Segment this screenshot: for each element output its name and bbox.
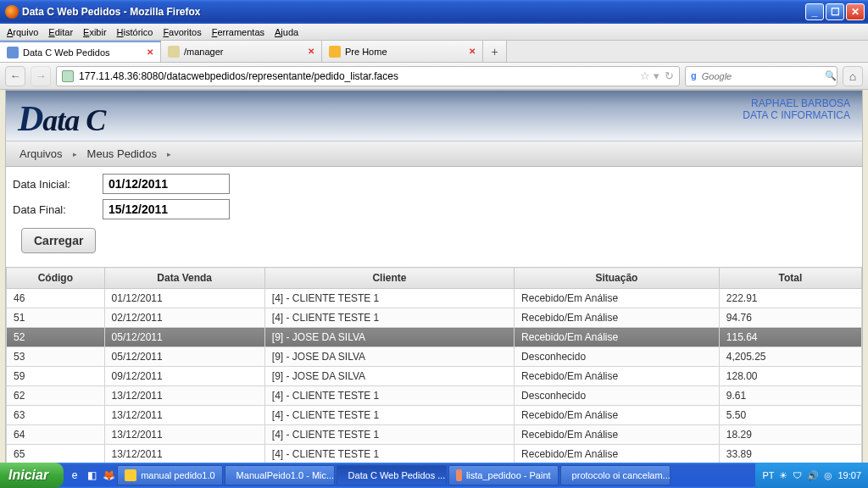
taskbar-item[interactable]: Data C Web Pedidos ... [337, 465, 447, 485]
cell-total: 4,205.25 [719, 347, 861, 367]
table-row[interactable]: 6413/12/2011[4] - CLIENTE TESTE 1Recebid… [7, 425, 862, 445]
th-total[interactable]: Total [719, 268, 861, 289]
minimize-button[interactable]: _ [805, 3, 824, 20]
table-row[interactable]: 6513/12/2011[4] - CLIENTE TESTE 1Recebid… [7, 445, 862, 464]
browser-tab[interactable]: Pre Home✕ [322, 41, 483, 62]
cell-cliente: [4] - CLIENTE TESTE 1 [264, 386, 514, 406]
back-button[interactable]: ← [5, 66, 25, 86]
table-row[interactable]: 4601/12/2011[4] - CLIENTE TESTE 1Recebid… [7, 289, 862, 308]
lang-indicator[interactable]: PT [762, 470, 774, 480]
table-row[interactable]: 6313/12/2011[4] - CLIENTE TESTE 1Recebid… [7, 406, 862, 425]
submenu-item[interactable]: Meus Pedidos [81, 147, 164, 160]
th-codigo[interactable]: Código [7, 268, 105, 289]
cell-data: 13/12/2011 [104, 406, 264, 425]
cell-data: 09/12/2011 [104, 367, 264, 386]
url-input[interactable] [79, 70, 635, 82]
ie-icon[interactable]: e [67, 468, 82, 483]
th-data[interactable]: Data Venda [104, 268, 264, 289]
maximize-button[interactable]: ☐ [826, 3, 844, 20]
datac-logo: Data C [18, 98, 105, 139]
reload-icon[interactable]: ↻ [665, 69, 674, 82]
table-row[interactable]: 5102/12/2011[4] - CLIENTE TESTE 1Recebid… [7, 308, 862, 328]
taskbar-item[interactable]: ManualPeido1.0 - Mic... [225, 465, 335, 485]
tab-label: /manager [184, 47, 223, 57]
cell-cliente: [9] - JOSE DA SILVA [264, 328, 514, 347]
close-button[interactable]: ✕ [846, 3, 865, 20]
cell-codigo: 62 [7, 386, 105, 406]
url-bar[interactable]: ☆ ▾ ↻ [56, 66, 680, 86]
firefox-icon [5, 5, 19, 19]
taskbar-label: manual pedido1.0 [141, 470, 214, 480]
cell-codigo: 53 [7, 347, 105, 367]
cell-situacao: Recebido/Em Análise [515, 367, 720, 386]
cell-situacao: Recebido/Em Análise [515, 328, 720, 347]
close-tab-icon[interactable]: ✕ [308, 47, 314, 56]
menu-favoritos[interactable]: Favoritos [163, 27, 201, 37]
cell-cliente: [4] - CLIENTE TESTE 1 [264, 445, 514, 464]
carregar-button[interactable]: Carregar [21, 228, 96, 253]
cell-codigo: 46 [7, 289, 105, 308]
cell-situacao: Recebido/Em Análise [515, 445, 720, 464]
user-company: DATA C INFORMATICA [743, 109, 850, 121]
cell-total: 94.76 [719, 308, 861, 328]
menu-arquivo[interactable]: Arquivo [7, 27, 38, 37]
taskbar-label: lista_pedidoo - Paint [466, 470, 551, 480]
menu-histórico[interactable]: Histórico [117, 27, 153, 37]
new-tab-button[interactable]: + [483, 41, 507, 62]
tray-icon[interactable]: 🛡 [793, 470, 802, 480]
firefox-quick-icon[interactable]: 🦊 [101, 468, 116, 483]
cell-data: 05/12/2011 [104, 347, 264, 367]
magnifier-icon[interactable]: 🔍 [825, 70, 837, 81]
close-tab-icon[interactable]: ✕ [147, 47, 153, 57]
cell-total: 222.91 [719, 289, 861, 308]
taskbar-item[interactable]: manual pedido1.0 [117, 465, 222, 485]
desktop-icon[interactable]: ◧ [84, 468, 99, 483]
start-button[interactable]: Iniciar [0, 463, 64, 488]
cell-total: 9.61 [719, 386, 861, 406]
browser-tab[interactable]: Data C Web Pedidos✕ [0, 41, 161, 62]
menu-editar[interactable]: Editar [48, 27, 73, 37]
data-final-input[interactable] [103, 199, 230, 219]
menu-exibir[interactable]: Exibir [83, 27, 107, 37]
clock[interactable]: 19:07 [837, 470, 861, 480]
search-box[interactable]: g 🔍 [685, 66, 837, 86]
cell-cliente: [4] - CLIENTE TESTE 1 [264, 406, 514, 425]
close-tab-icon[interactable]: ✕ [469, 47, 476, 56]
search-input[interactable] [702, 71, 820, 81]
taskbar-item[interactable]: protocolo oi cancelam... [560, 465, 670, 485]
cell-total: 128.00 [719, 367, 861, 386]
page-header: Data C RAPHAEL BARBOSA DATA C INFORMATIC… [6, 91, 862, 141]
cell-cliente: [4] - CLIENTE TESTE 1 [264, 308, 514, 328]
cell-cliente: [4] - CLIENTE TESTE 1 [264, 425, 514, 445]
home-button[interactable]: ⌂ [843, 66, 863, 86]
table-row[interactable]: 5909/12/2011[9] - JOSE DA SILVARecebido/… [7, 367, 862, 386]
user-info: RAPHAEL BARBOSA DATA C INFORMATICA [743, 97, 850, 121]
forward-button[interactable]: → [31, 66, 51, 86]
favicon [7, 47, 19, 58]
taskbar-item[interactable]: lista_pedidoo - Paint [448, 465, 559, 485]
cell-situacao: Recebido/Em Análise [515, 406, 720, 425]
cell-codigo: 65 [7, 445, 105, 464]
menu-ferramentas[interactable]: Ferramentas [212, 27, 264, 37]
submenu-item[interactable]: Arquivos [13, 147, 70, 160]
th-cliente[interactable]: Cliente [264, 268, 514, 289]
cell-cliente: [4] - CLIENTE TESTE 1 [264, 289, 514, 308]
menu-ajuda[interactable]: Ajuda [275, 27, 298, 37]
cell-codigo: 59 [7, 367, 105, 386]
table-row[interactable]: 6213/12/2011[4] - CLIENTE TESTE 1Desconh… [7, 386, 862, 406]
tray-icon[interactable]: ☀ [779, 470, 787, 481]
navigation-bar: ← → ☆ ▾ ↻ g 🔍 ⌂ [0, 63, 868, 90]
cell-data: 02/12/2011 [104, 308, 264, 328]
tray-icon[interactable]: 🔊 [807, 470, 819, 481]
table-row[interactable]: 5305/12/2011[9] - JOSE DA SILVADesconhec… [7, 347, 862, 367]
cell-codigo: 52 [7, 328, 105, 347]
table-row[interactable]: 5205/12/2011[9] - JOSE DA SILVARecebido/… [7, 328, 862, 347]
page-content: Data C RAPHAEL BARBOSA DATA C INFORMATIC… [5, 90, 863, 466]
taskbar-label: protocolo oi cancelam... [572, 470, 670, 480]
browser-tab[interactable]: /manager✕ [161, 41, 322, 62]
chevron-right-icon: ▸ [167, 150, 171, 158]
bookmark-icon[interactable]: ☆ ▾ [640, 69, 659, 82]
tray-icon[interactable]: ◎ [824, 470, 832, 481]
th-situacao[interactable]: Situação [515, 268, 720, 289]
data-inicial-input[interactable] [103, 174, 230, 194]
